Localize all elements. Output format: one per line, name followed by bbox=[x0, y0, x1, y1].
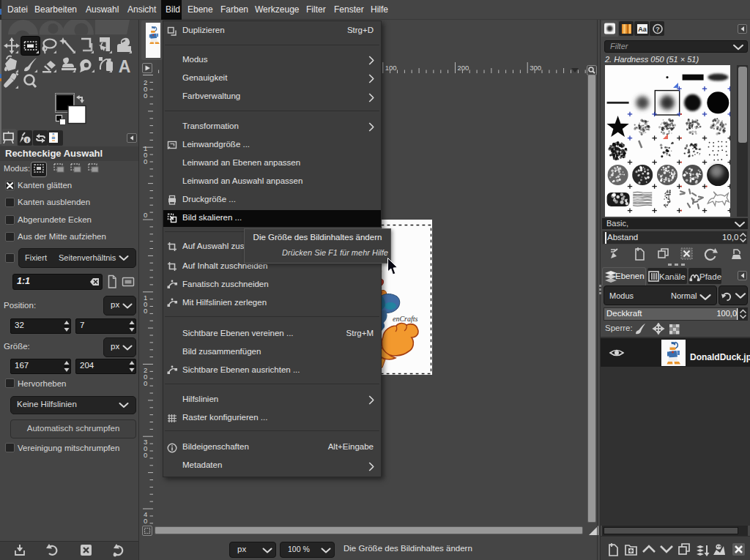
svg-text:0: 0 bbox=[144, 92, 147, 100]
svg-text:?: ? bbox=[656, 25, 660, 33]
svg-text:0: 0 bbox=[144, 451, 147, 459]
svg-text:0: 0 bbox=[144, 307, 147, 315]
svg-text:A: A bbox=[119, 57, 131, 76]
svg-text:0: 0 bbox=[144, 157, 147, 165]
svg-text:0: 0 bbox=[144, 211, 147, 219]
svg-text:i: i bbox=[26, 137, 28, 143]
svg-text:0: 0 bbox=[144, 379, 147, 387]
svg-text:200: 200 bbox=[458, 64, 469, 72]
svg-text:300: 300 bbox=[530, 64, 541, 72]
svg-text:100: 100 bbox=[385, 64, 397, 72]
svg-text:Aa: Aa bbox=[638, 26, 647, 33]
